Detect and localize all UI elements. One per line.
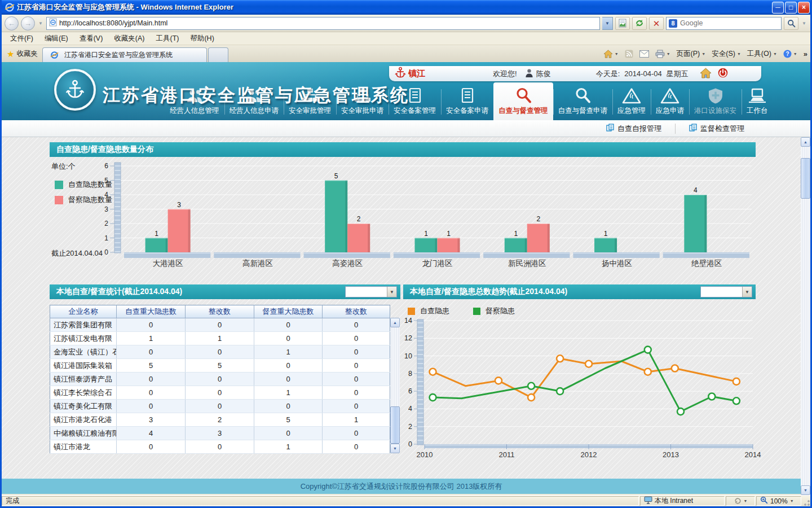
tab-new[interactable] [208, 47, 228, 62]
submenu-item-label: 监督检查管理 [700, 124, 744, 134]
scroll-track[interactable] [390, 327, 400, 444]
data-point [645, 369, 651, 375]
stop-button[interactable]: ✕ [649, 17, 664, 30]
nav-item-label: 工作台 [747, 106, 768, 116]
nav-item-label: 安全审批申请 [341, 106, 383, 116]
maximize-button[interactable]: □ [785, 2, 797, 14]
nav-item-label: 应急管理 [617, 106, 646, 116]
value-cell: 1 [117, 332, 186, 345]
trend-filter-dropdown[interactable]: ▼ [700, 286, 752, 297]
search-options-dropdown[interactable]: ▼ [801, 21, 807, 26]
shield-icon [708, 85, 723, 104]
tools-menu-button[interactable]: 工具(O)▼ [747, 49, 777, 59]
svg-text:6: 6 [408, 387, 412, 395]
address-dropdown[interactable]: ▼ [602, 17, 613, 30]
nav-item[interactable]: 安全备案申请 [441, 82, 493, 120]
home-icon[interactable] [700, 68, 712, 80]
safety-menu-button[interactable]: 安全(S)▼ [712, 49, 741, 59]
logout-power-icon[interactable] [717, 67, 729, 80]
legend-swatch [408, 308, 415, 315]
value-cell: 0 [323, 332, 390, 345]
submenu-item[interactable]: 自查自报管理 [593, 124, 675, 134]
search-button[interactable] [784, 17, 798, 30]
rss-feed-button[interactable] [625, 50, 633, 58]
data-point [733, 378, 740, 385]
compatibility-view-button[interactable] [615, 17, 630, 30]
table-row: 镇江李长荣综合石0010 [50, 386, 390, 400]
nav-item[interactable]: 自查与督查管理 [493, 82, 553, 120]
menu-item[interactable]: 编辑(E) [39, 32, 74, 45]
value-cell: 0 [323, 345, 390, 359]
bar [505, 238, 527, 253]
recent-pages-dropdown[interactable]: ▼ [37, 21, 44, 26]
legend-item: 督察隐患 [473, 306, 515, 316]
nav-item[interactable]: 应急申请 [651, 82, 689, 120]
document-icon [460, 85, 475, 104]
close-button[interactable]: × [798, 2, 810, 14]
magnifier-icon [514, 85, 532, 104]
menu-item[interactable]: 文件(F) [5, 32, 39, 45]
bar [684, 195, 707, 252]
search-input[interactable] [680, 19, 779, 27]
address-input[interactable] [59, 19, 597, 27]
chevron-down-icon[interactable]: ▼ [742, 287, 752, 297]
line-chart-canvas: 0246810121420102011201220132014 [403, 316, 756, 462]
home-button[interactable]: ▼ [603, 50, 619, 58]
scroll-down-button[interactable]: ▼ [801, 485, 810, 495]
menu-item[interactable]: 查看(V) [74, 32, 109, 45]
table-scrollbar[interactable]: ▲ ▼ [390, 318, 400, 453]
bar [145, 238, 168, 253]
value-cell: 1 [323, 413, 390, 427]
bar [325, 181, 347, 253]
svg-text:2012: 2012 [581, 450, 597, 459]
scroll-down-button[interactable]: ▼ [390, 444, 400, 453]
panel-header: 本地自查/督查统计(截止2014.04.04) ▼ [50, 284, 400, 299]
browser-scrollbar[interactable]: ▲ ▼ [801, 137, 810, 495]
scroll-track[interactable] [801, 147, 810, 485]
menu-item[interactable]: 帮助(H) [184, 32, 219, 45]
value-cell: 3 [117, 413, 186, 427]
nav-item[interactable]: 自查与督查申请 [553, 82, 613, 120]
scroll-thumb[interactable] [390, 406, 400, 444]
tab-active[interactable]: 江苏省港口安全监管与应急管理系统 [42, 47, 207, 62]
favorites-button[interactable]: ★ 收藏夹 [2, 47, 42, 61]
scroll-up-button[interactable]: ▲ [390, 318, 400, 327]
minimize-button[interactable]: ─ [772, 2, 784, 14]
value-cell: 0 [117, 386, 186, 400]
chevron-down-icon[interactable]: ▼ [387, 287, 396, 297]
menu-item[interactable]: 工具(T) [150, 32, 184, 45]
footer: Copyright©江苏省交通规划设计院股份有限公司 2013版权所有 [0, 479, 802, 494]
menu-item[interactable]: 收藏夹(A) [108, 32, 150, 45]
back-button[interactable]: ← [5, 16, 19, 30]
table-filter-dropdown[interactable]: ▼ [345, 286, 397, 297]
scroll-thumb[interactable] [801, 158, 810, 199]
value-cell: 3 [186, 427, 254, 440]
refresh-button[interactable] [632, 17, 647, 30]
forward-button[interactable]: → [21, 16, 35, 30]
nav-item[interactable]: 港口设施保安 [689, 82, 742, 120]
print-button[interactable]: ▼ [655, 50, 670, 58]
value-cell: 0 [117, 345, 186, 359]
stats-table-panel: 本地自查/督查统计(截止2014.04.04) ▼ 企业名称自查重大隐患数整改数… [50, 284, 400, 455]
value-cell: 0 [117, 373, 186, 386]
nav-item[interactable]: 应急管理 [612, 82, 651, 120]
nav-item[interactable]: 工作台 [742, 82, 773, 120]
help-button[interactable]: ?▼ [783, 50, 797, 58]
svg-text:2: 2 [536, 215, 540, 223]
mail-button[interactable] [639, 50, 649, 58]
submenu-item[interactable]: 监督检查管理 [675, 124, 758, 134]
anchor-icon [65, 79, 85, 100]
data-point [585, 361, 592, 367]
page-menu-button[interactable]: 页面(P)▼ [677, 49, 706, 59]
zoom-control[interactable]: 100% ▼ [756, 496, 801, 506]
search-box: 8 [666, 17, 782, 30]
resize-grip[interactable] [802, 496, 810, 506]
value-cell: 5 [254, 413, 323, 427]
toolbar-overflow-button[interactable]: » [804, 50, 807, 58]
value-cell: 5 [117, 359, 186, 373]
port-city: 镇江 [408, 68, 425, 79]
scroll-up-button[interactable]: ▲ [801, 137, 810, 147]
value-cell: 0 [186, 345, 254, 359]
protected-mode-control[interactable]: ▼ [726, 496, 755, 506]
value-cell: 0 [186, 400, 254, 413]
